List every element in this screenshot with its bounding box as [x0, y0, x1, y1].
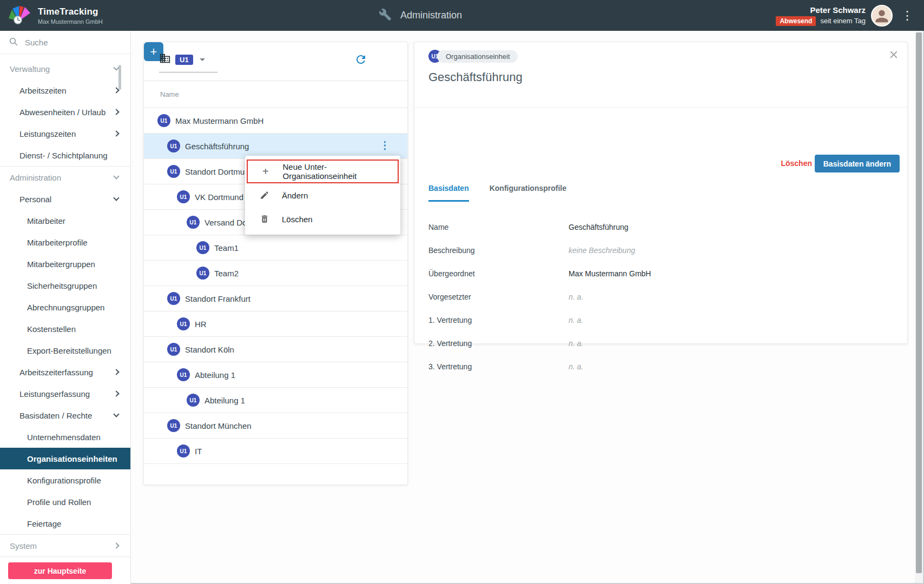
detail-title: Geschäftsführung — [428, 70, 907, 84]
chevron-right-icon — [113, 87, 119, 93]
refresh-button[interactable] — [351, 50, 371, 69]
sidebar-item-profile-und-rollen[interactable]: Profile und Rollen — [0, 491, 130, 513]
sidebar-item-feiertage[interactable]: Feiertage — [0, 513, 130, 534]
sidebar-item-sicherheitsgruppen[interactable]: Sicherheitsgruppen — [0, 275, 130, 296]
org-unit-badge: U1 — [167, 165, 180, 178]
application-window: TimeTracking Max Mustermann GmbH Adminis… — [0, 0, 924, 584]
app-brand[interactable]: TimeTracking Max Mustermann GmbH — [0, 4, 227, 27]
tree-row[interactable]: U1Standort Frankfurt — [144, 286, 407, 311]
status-since: seit einem Tag — [820, 17, 866, 25]
org-unit-badge: U1 — [177, 444, 190, 457]
chevron-down-icon — [113, 195, 119, 201]
org-unit-badge: U1 — [167, 140, 180, 152]
chevron-right-icon — [113, 369, 119, 375]
edit-basisdaten-button[interactable]: Basisdaten ändern — [815, 155, 900, 172]
delete-button[interactable]: Löschen — [781, 159, 812, 168]
sidebar-item-mitarbeitergruppen[interactable]: Mitarbeitergruppen — [0, 253, 130, 275]
org-unit-selector[interactable]: U1 — [159, 52, 217, 72]
avatar[interactable] — [871, 5, 893, 26]
tree-row[interactable]: U1Abteilung 1 — [144, 388, 407, 413]
sidebar-item-arbeitszeiten[interactable]: Arbeitszeiten — [0, 79, 130, 101]
tree-row[interactable]: U1Max Mustermann GmbH — [144, 108, 407, 134]
app-subtitle: Max Mustermann GmbH — [38, 18, 103, 25]
tab-basisdaten[interactable]: Basisdaten — [428, 184, 469, 202]
chevron-down-icon — [113, 411, 119, 417]
field-vertretung-3: 3. Vertretungn. a. — [428, 355, 893, 378]
chevron-right-icon — [113, 109, 119, 115]
divider — [0, 556, 130, 557]
org-unit-chip: U1 — [175, 55, 193, 65]
sidebar-section-system[interactable]: System — [0, 535, 130, 556]
sidebar-item-mitarbeiter[interactable]: Mitarbeiter — [0, 210, 130, 231]
status-badge: Abwesend — [776, 16, 816, 26]
sidebar-item-kostenstellen[interactable]: Kostenstellen — [0, 318, 130, 340]
org-tree-panel: U1 + Name U1Max Mustermann GmbH U1Geschä… — [143, 42, 408, 485]
tree-row[interactable]: U1IT — [144, 439, 407, 464]
close-icon[interactable] — [888, 49, 900, 61]
wrench-icon — [379, 8, 392, 23]
sidebar-item-unternehmensdaten[interactable]: Unternehmensdaten — [0, 426, 130, 448]
sidebar: Suche Verwaltung Arbeitszeiten Abwesenhe… — [0, 31, 131, 584]
app-title: TimeTracking — [38, 6, 103, 17]
sidebar-item-organisationseinheiten[interactable]: Organisationseinheiten — [0, 448, 130, 469]
sidebar-section-administration[interactable]: Administration — [0, 167, 130, 188]
sidebar-item-dienst-schichtplanung[interactable]: Dienst- / Schichtplanung — [0, 144, 130, 166]
sidebar-item-personal[interactable]: Personal — [0, 188, 130, 210]
chevron-right-icon — [113, 390, 119, 396]
tree-row[interactable]: U1Standort Köln — [144, 337, 407, 362]
org-unit-detail-panel: U1 Organisationseinheit Geschäftsführung… — [414, 42, 908, 344]
row-context-menu: + Neue Unter-Organisationseinheit Ändern… — [245, 156, 400, 235]
field-name: NameGeschäftsführung — [428, 215, 893, 238]
tree-row-selected[interactable]: U1Geschäftsführung⋮ — [144, 134, 407, 159]
org-unit-badge: U1 — [177, 190, 190, 203]
tab-konfigurationsprofile[interactable]: Konfigurationsprofile — [490, 184, 566, 202]
chevron-right-icon — [113, 542, 119, 548]
org-unit-badge: U1 — [187, 216, 200, 229]
header-kebab-menu-icon[interactable]: ⋮ — [898, 8, 916, 24]
sidebar-section-verwaltung[interactable]: Verwaltung — [0, 58, 130, 79]
org-unit-badge: U1 — [177, 317, 190, 330]
tree-row[interactable]: U1HR — [144, 311, 407, 337]
sidebar-item-abwesenheiten-urlaub[interactable]: Abwesenheiten / Urlaub — [0, 101, 130, 123]
sidebar-item-export-bereitstellungen[interactable]: Export-Bereitstellungen — [0, 340, 130, 361]
chevron-down-icon — [200, 58, 205, 61]
field-vorgesetzter: Vorgesetztern. a. — [428, 285, 893, 308]
menu-item-aendern[interactable]: Ändern — [245, 183, 400, 207]
window-scrollbar[interactable] — [915, 31, 923, 583]
sidebar-item-arbeitszeiterfassung[interactable]: Arbeitszeiterfassung — [0, 361, 130, 383]
tree-row[interactable]: U1Standort München — [144, 413, 407, 439]
building-icon — [159, 52, 171, 67]
org-unit-badge: U1 — [196, 267, 209, 280]
sidebar-item-leistungserfassung[interactable]: Leistungserfassung — [0, 383, 130, 404]
tree-row[interactable]: U1Team1 — [144, 235, 407, 261]
search-input[interactable]: Suche — [0, 31, 130, 54]
sidebar-item-leistungszeiten[interactable]: Leistungszeiten — [0, 123, 130, 144]
detail-fields: NameGeschäftsführung Beschreibungkeine B… — [428, 215, 893, 378]
sidebar-item-abrechnungsgruppen[interactable]: Abrechnungsgruppen — [0, 296, 130, 318]
sidebar-item-konfigurationsprofile[interactable]: Konfigurationsprofile — [0, 469, 130, 491]
zur-hauptseite-button[interactable]: zur Hauptseite — [8, 562, 112, 579]
search-placeholder: Suche — [25, 38, 48, 47]
plus-icon: + — [261, 165, 270, 178]
org-unit-badge: U1 — [167, 419, 180, 432]
chevron-right-icon — [113, 130, 119, 136]
chevron-down-icon — [113, 64, 119, 70]
entity-type-chip: Organisationseinheit — [437, 50, 518, 63]
page-title: Administration — [400, 10, 462, 21]
scrollbar-thumb[interactable] — [916, 32, 922, 573]
search-icon — [9, 37, 18, 48]
tree-row[interactable]: U1Team2 — [144, 261, 407, 286]
user-name: Peter Schwarz — [810, 5, 866, 15]
tree-row[interactable]: U1Abteilung 1 — [144, 362, 407, 388]
org-unit-badge: U1 — [167, 343, 180, 356]
sidebar-item-mitarbeiterprofile[interactable]: Mitarbeiterprofile — [0, 231, 130, 253]
menu-item-new-sub-org-unit[interactable]: + Neue Unter-Organisationseinheit — [247, 160, 399, 183]
org-unit-badge: U1 — [157, 114, 170, 127]
menu-item-loeschen[interactable]: Löschen — [245, 207, 400, 231]
field-vertretung-2: 2. Vertretungn. a. — [428, 331, 893, 355]
field-uebergeordnet: ÜbergeordnetMax Mustermann GmbH — [428, 262, 893, 285]
sidebar-item-basisdaten-rechte[interactable]: Basisdaten / Rechte — [0, 404, 130, 426]
row-kebab-menu-icon[interactable]: ⋮ — [380, 140, 390, 150]
org-unit-badge: U1 — [187, 394, 200, 407]
app-header: TimeTracking Max Mustermann GmbH Adminis… — [0, 0, 924, 31]
